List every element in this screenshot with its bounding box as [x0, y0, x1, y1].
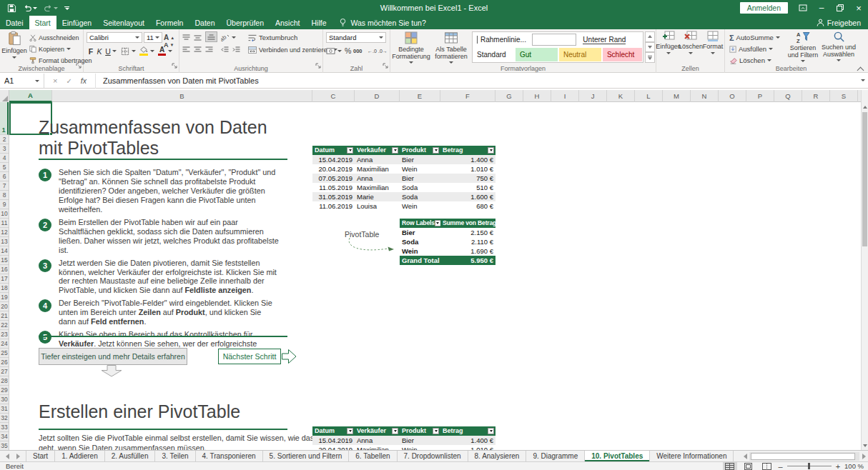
- row-header-20[interactable]: 20: [0, 302, 9, 311]
- row-header-16[interactable]: 16: [0, 265, 9, 274]
- row-header-33[interactable]: 33: [0, 423, 9, 432]
- sign-in-button[interactable]: Anmelden: [740, 2, 788, 14]
- collapse-ribbon-button[interactable]: [858, 63, 864, 69]
- ribbon-tab-ansicht[interactable]: Ansicht: [270, 16, 305, 29]
- align-center-button[interactable]: [194, 44, 202, 55]
- cell-style-neutral[interactable]: Neutral: [559, 48, 601, 61]
- ribbon-tab-seitenlayout[interactable]: Seitenlayout: [97, 16, 150, 29]
- align-right-button[interactable]: [205, 44, 213, 55]
- view-normal-button[interactable]: [723, 462, 737, 470]
- sheet-tab-2-ausf-llen[interactable]: 2. Ausfüllen: [105, 451, 156, 461]
- row-header-19[interactable]: 19: [0, 293, 9, 302]
- name-box[interactable]: A1: [0, 74, 44, 89]
- ribbon-tab-daten[interactable]: Daten: [189, 16, 220, 29]
- clipboard-dialog-launcher[interactable]: [76, 59, 82, 71]
- italic-button[interactable]: K: [95, 47, 104, 56]
- undo-button[interactable]: [23, 4, 37, 12]
- conditional-formatting-button[interactable]: Bedingte Formatierung: [392, 31, 430, 64]
- sheet-tab-start[interactable]: Start: [26, 451, 55, 461]
- decrease-indent-button[interactable]: [221, 44, 229, 55]
- row-header-11[interactable]: 11: [0, 219, 9, 228]
- row-header-34[interactable]: 34: [0, 432, 9, 441]
- paste-button[interactable]: Einfügen: [1, 31, 27, 64]
- minimize-button[interactable]: –: [812, 0, 831, 16]
- row-header-2[interactable]: 2: [0, 135, 9, 144]
- cut-button[interactable]: Ausschneiden: [29, 32, 79, 43]
- sheet-tab-8-analysieren[interactable]: 8. Analysieren: [468, 451, 527, 461]
- alignment-dialog-launcher[interactable]: [315, 59, 321, 71]
- align-bottom-button[interactable]: [205, 31, 217, 42]
- row-header-8[interactable]: 8: [0, 191, 9, 200]
- number-dialog-launcher[interactable]: [383, 59, 388, 71]
- column-header-B[interactable]: B: [52, 90, 312, 102]
- underline-button[interactable]: U: [104, 47, 112, 56]
- column-header-A[interactable]: A: [9, 90, 52, 102]
- horizontal-scroll-thumb[interactable]: [751, 453, 855, 460]
- column-header-H[interactable]: H: [523, 90, 551, 102]
- sheet-tab-7-dropdownlisten[interactable]: 7. Dropdownlisten: [398, 451, 468, 461]
- format-as-table-button[interactable]: Als Tabelle formatieren: [432, 31, 470, 64]
- styles-scroll-up-button[interactable]: [645, 31, 655, 42]
- column-header-O[interactable]: O: [719, 90, 746, 102]
- ribbon-tab-formeln[interactable]: Formeln: [150, 16, 189, 29]
- format-cells-button[interactable]: Format: [702, 31, 724, 64]
- column-header-M[interactable]: M: [663, 90, 691, 102]
- details-button[interactable]: Tiefer einsteigen und mehr Details erfah…: [39, 348, 187, 365]
- styles-scroll-down-button[interactable]: [645, 42, 655, 53]
- column-header-N[interactable]: N: [691, 90, 719, 102]
- font-color-button[interactable]: A: [158, 46, 172, 56]
- row-header-7[interactable]: 7: [0, 181, 9, 191]
- customize-qat-button[interactable]: [64, 6, 69, 10]
- ribbon-tab-datei[interactable]: Datei: [0, 16, 29, 29]
- row-header-24[interactable]: 24: [0, 339, 9, 349]
- ribbon-tab-start[interactable]: Start: [29, 16, 56, 29]
- fill-color-button[interactable]: [139, 46, 154, 56]
- column-header-E[interactable]: E: [400, 90, 440, 102]
- number-format-select[interactable]: Standard: [326, 32, 386, 43]
- column-header-D[interactable]: D: [355, 90, 400, 102]
- filter-icon[interactable]: [433, 147, 439, 154]
- expand-formula-bar-button[interactable]: [861, 79, 865, 81]
- column-header-I[interactable]: I: [551, 90, 579, 102]
- sheet-nav-right[interactable]: [16, 454, 20, 459]
- row-header-32[interactable]: 32: [0, 414, 9, 423]
- borders-button[interactable]: [121, 46, 136, 56]
- column-header-R[interactable]: R: [802, 90, 830, 102]
- column-header-C[interactable]: C: [312, 90, 355, 102]
- font-name-select[interactable]: Calibri: [87, 32, 142, 43]
- sheet-tab-10-pivottables[interactable]: 10. PivotTables: [585, 451, 650, 461]
- orientation-button[interactable]: ab: [221, 32, 236, 43]
- redo-button[interactable]: [44, 4, 58, 12]
- row-header-26[interactable]: 26: [0, 358, 9, 367]
- row-header-28[interactable]: 28: [0, 376, 9, 386]
- column-header-K[interactable]: K: [607, 90, 635, 102]
- align-left-button[interactable]: [182, 44, 190, 55]
- row-header-22[interactable]: 22: [0, 321, 9, 330]
- scroll-up-button[interactable]: [862, 102, 868, 111]
- ribbon-display-options-button[interactable]: [794, 0, 812, 16]
- horizontal-scroll-track[interactable]: [749, 452, 859, 461]
- row-header-12[interactable]: 12: [0, 228, 9, 237]
- sheet-tab-5-sortieren-und-filtern[interactable]: 5. Sortieren und Filtern: [263, 451, 350, 461]
- restore-button[interactable]: [831, 0, 849, 16]
- ribbon-tab-überprüfen[interactable]: Überprüfen: [221, 16, 270, 29]
- filter-icon[interactable]: [433, 428, 439, 434]
- filter-icon[interactable]: [347, 428, 353, 434]
- ribbon-tab-hilfe[interactable]: Hilfe: [305, 16, 332, 29]
- fill-button[interactable]: Ausfüllen: [729, 44, 773, 54]
- row-header-13[interactable]: 13: [0, 237, 9, 246]
- close-button[interactable]: ×: [849, 0, 868, 16]
- increase-decimal-button[interactable]: ←.0: [368, 46, 377, 56]
- scroll-down-button[interactable]: [862, 441, 868, 450]
- zoom-slider[interactable]: [787, 466, 832, 466]
- scroll-right-button[interactable]: [859, 451, 868, 461]
- font-size-select[interactable]: 11: [144, 32, 162, 43]
- filter-icon[interactable]: [488, 428, 494, 434]
- formula-input[interactable]: Zusammenfassen von Daten mit PivotTables: [96, 76, 259, 85]
- zoom-out-button[interactable]: –: [779, 462, 783, 470]
- share-button[interactable]: Freigeben: [817, 16, 861, 29]
- accounting-format-button[interactable]: [326, 46, 342, 56]
- scroll-left-button[interactable]: [741, 451, 749, 461]
- row-header-3[interactable]: 3: [0, 144, 9, 154]
- sheet-tab-4-transponieren[interactable]: 4. Transponieren: [196, 451, 263, 461]
